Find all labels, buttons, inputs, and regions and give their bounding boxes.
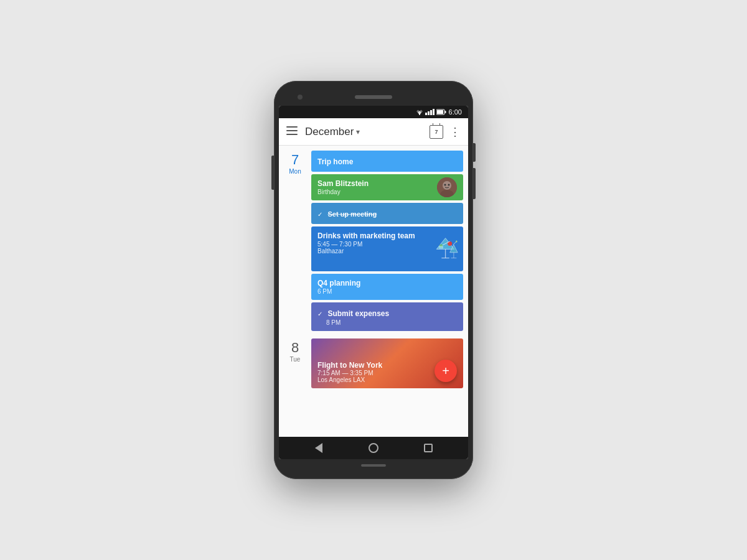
day-7-section: 7 Mon Trip home Sam Blitzstein Birthday: [279, 146, 468, 334]
svg-rect-5: [444, 111, 446, 113]
phone-bottom-bar: [279, 459, 468, 472]
signal-icon: [425, 109, 435, 115]
event-sam-birthday[interactable]: Sam Blitzstein Birthday: [311, 174, 463, 200]
event-time: 6 PM: [317, 288, 457, 295]
month-label: December: [305, 126, 354, 138]
status-icons: [416, 109, 446, 115]
back-icon: [315, 443, 322, 453]
fab-add-button[interactable]: +: [435, 360, 457, 382]
svg-point-14: [448, 184, 450, 186]
event-drinks[interactable]: Drinks with marketing team 5:45 — 7:30 P…: [311, 226, 463, 271]
day-7-label: 7 Mon: [284, 151, 306, 331]
home-button[interactable]: [367, 442, 380, 454]
flight-title: Flight to New York: [317, 361, 382, 370]
event-subtitle: Birthday: [317, 189, 432, 195]
today-calendar-button[interactable]: 7: [430, 125, 443, 139]
month-title[interactable]: December ▾: [305, 126, 430, 138]
event-q4-planning[interactable]: Q4 planning 6 PM: [311, 274, 463, 300]
svg-rect-21: [439, 246, 443, 248]
calendar-content: 7 Mon Trip home Sam Blitzstein Birthday: [279, 146, 468, 437]
event-submit-expenses[interactable]: ✓ Submit expenses 8 PM: [311, 302, 463, 331]
volume-down-button[interactable]: [473, 168, 476, 199]
recents-button[interactable]: [422, 442, 435, 454]
day-8-name: Tue: [290, 356, 301, 363]
home-icon: [369, 443, 378, 453]
day-8-events: Flight to New York 7:15 AM — 3:35 PM Los…: [311, 338, 463, 388]
hamburger-menu-icon[interactable]: [286, 126, 298, 138]
day-8-number: 8: [291, 341, 299, 355]
day-7-name: Mon: [289, 168, 301, 175]
svg-rect-6: [437, 110, 443, 114]
event-title: Sam Blitzstein: [317, 179, 432, 188]
volume-up-button[interactable]: [473, 143, 476, 162]
event-title: Q4 planning: [317, 279, 457, 287]
header-icons: 7 ⋮: [430, 125, 461, 139]
recents-icon: [424, 444, 433, 452]
phone-top-bar: [279, 88, 468, 106]
flight-time: 7:15 AM — 3:35 PM: [317, 370, 382, 376]
month-dropdown-arrow: ▾: [356, 128, 360, 136]
day-8-section: 8 Tue Flight to New York 7:15 AM — 3:35 …: [279, 334, 468, 388]
svg-rect-9: [286, 134, 298, 135]
event-title: Set up meeting: [327, 210, 377, 218]
svg-point-3: [419, 114, 420, 115]
fab-label: +: [442, 364, 449, 378]
app-header: December ▾ 7 ⋮: [279, 118, 468, 146]
more-options-button[interactable]: ⋮: [449, 125, 461, 139]
camera: [298, 95, 303, 100]
flight-location: Los Angeles LAX: [317, 376, 382, 383]
event-title: Trip home: [317, 157, 353, 166]
today-number: 7: [435, 129, 438, 135]
phone-device: 6:00 December ▾ 7 ⋮: [274, 81, 473, 479]
day-7-number: 7: [291, 153, 299, 167]
phone-screen: 6:00 December ▾ 7 ⋮: [279, 106, 468, 459]
day-8-label: 8 Tue: [284, 338, 306, 388]
event-set-up-meeting[interactable]: ✓ Set up meeting: [311, 203, 463, 224]
status-time: 6:00: [449, 108, 462, 116]
svg-point-13: [444, 184, 446, 186]
event-title: Submit expenses: [327, 309, 389, 318]
status-bar: 6:00: [279, 106, 468, 118]
event-time: 8 PM: [326, 319, 457, 326]
home-indicator: [361, 464, 386, 467]
svg-point-11: [443, 181, 451, 190]
flight-card-content: Flight to New York 7:15 AM — 3:35 PM Los…: [311, 356, 388, 388]
svg-rect-7: [286, 126, 298, 128]
task-icon: ✓: [317, 310, 322, 317]
back-button[interactable]: [312, 442, 325, 454]
cocktail-illustration: [433, 233, 458, 264]
power-button[interactable]: [271, 156, 274, 190]
svg-rect-8: [286, 130, 298, 131]
speaker: [355, 95, 392, 99]
task-icon: ✓: [317, 211, 322, 218]
event-trip-home[interactable]: Trip home: [311, 151, 463, 172]
bottom-navigation: [279, 437, 468, 459]
day-7-events: Trip home Sam Blitzstein Birthday: [311, 151, 463, 331]
user-avatar: [437, 177, 457, 197]
battery-icon: [436, 109, 446, 115]
bottom-spacer: [279, 388, 468, 398]
wifi-icon: [416, 109, 423, 115]
